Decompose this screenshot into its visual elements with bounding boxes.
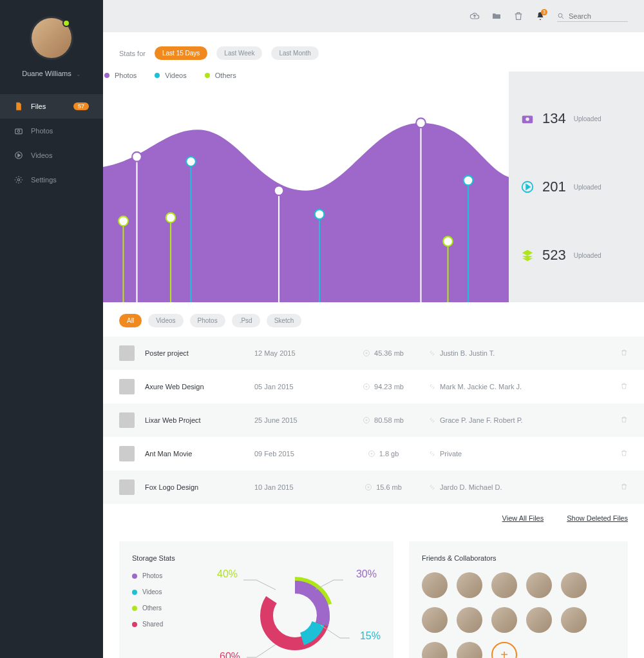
range-pill-15days[interactable]: Last 15 Days: [155, 46, 207, 60]
svg-point-12: [186, 157, 196, 166]
stats-for-label: Stats for: [119, 50, 146, 57]
filter-pill-all[interactable]: All: [119, 314, 142, 327]
friend-avatar[interactable]: [491, 607, 517, 633]
legend-label: Videos: [142, 588, 162, 595]
file-row[interactable]: Axure Web Design05 Jan 201594.23 mbMark …: [103, 370, 644, 403]
filter-pill-sketch[interactable]: Sketch: [267, 314, 302, 327]
friend-avatar[interactable]: [561, 607, 587, 633]
storage-stats-card: Storage Stats Photos Videos Others Share…: [119, 541, 393, 658]
friend-avatar[interactable]: [526, 572, 552, 598]
delete-file-button[interactable]: [615, 449, 628, 458]
friend-avatar[interactable]: [526, 607, 552, 633]
username-dropdown[interactable]: Duane Williams ⌄: [0, 64, 103, 94]
file-name: Poster project: [145, 349, 254, 357]
delete-file-button[interactable]: [615, 416, 628, 425]
filter-pill-psd[interactable]: .Psd: [232, 314, 260, 327]
view-all-files-link[interactable]: View All Files: [502, 514, 544, 522]
friend-avatar[interactable]: [491, 572, 517, 598]
link-icon: [428, 349, 436, 357]
stats-body: Photos Videos Others: [103, 72, 644, 302]
link-icon: [428, 383, 436, 391]
delete-file-button[interactable]: [615, 349, 628, 358]
layers-icon: [520, 248, 535, 262]
username-label: Duane Williams: [22, 70, 71, 77]
trash-icon: [620, 382, 628, 390]
search-box[interactable]: [557, 11, 628, 22]
svg-point-31: [366, 420, 367, 421]
file-row[interactable]: Ant Man Movie09 Feb 20151.8 gbPrivate: [103, 437, 644, 470]
file-row[interactable]: Fox Logo Design10 Jan 201515.6 mbJardo D…: [103, 470, 644, 504]
file-name: Fox Logo Design: [145, 483, 254, 491]
cloud-upload-icon[interactable]: [469, 11, 480, 21]
file-name: Axure Web Design: [145, 383, 254, 391]
stats-range-row: Stats for Last 15 Days Last Week Last Mo…: [119, 46, 628, 60]
slice-label-videos: 15%: [360, 630, 381, 642]
gear-icon: [14, 175, 23, 184]
file-share: Justin B. Justin T.: [428, 349, 615, 357]
friends-title: Friends & Collaborators: [422, 554, 615, 562]
trash-icon[interactable]: [513, 11, 524, 21]
svg-rect-0: [15, 129, 23, 134]
add-friend-button[interactable]: +: [491, 642, 517, 658]
file-date: 05 Jan 2015: [254, 383, 338, 391]
svg-point-6: [132, 152, 142, 162]
camera-icon: [14, 126, 23, 135]
friend-avatar[interactable]: [422, 607, 448, 633]
svg-point-16: [464, 176, 473, 186]
svg-point-32: [368, 451, 374, 457]
kpi-label: Uploaded: [574, 115, 601, 122]
svg-point-3: [17, 179, 20, 181]
svg-point-4: [558, 14, 562, 17]
friend-avatar[interactable]: [457, 642, 482, 658]
svg-point-34: [366, 485, 372, 490]
trash-icon: [620, 449, 628, 457]
sidebar-item-photos[interactable]: Photos: [0, 119, 103, 143]
dot-icon: [132, 622, 137, 627]
dot-icon: [155, 73, 160, 78]
avatar[interactable]: [32, 18, 71, 58]
friends-grid: +: [422, 572, 615, 658]
sidebar-item-files[interactable]: Files 57: [0, 94, 103, 119]
legend-label: Videos: [165, 72, 186, 79]
range-pill-month[interactable]: Last Month: [271, 46, 318, 60]
folder-icon[interactable]: [491, 11, 502, 21]
bottom-panels: Storage Stats Photos Videos Others Share…: [103, 541, 644, 658]
search-input[interactable]: [569, 12, 624, 20]
disk-icon: [363, 416, 370, 424]
dot-icon: [205, 73, 210, 78]
main-content: 3 Stats for Last 15 Days Last Week Last …: [103, 0, 644, 658]
bell-icon[interactable]: 3: [535, 11, 545, 21]
sidebar-item-settings[interactable]: Settings: [0, 168, 103, 192]
friend-avatar[interactable]: [561, 572, 587, 598]
friend-avatar[interactable]: [457, 572, 482, 598]
delete-file-button[interactable]: [615, 382, 628, 391]
range-pill-week[interactable]: Last Week: [216, 46, 262, 60]
file-row[interactable]: Lixar Web Project25 June 201580.58 mbGra…: [103, 403, 644, 437]
topbar: 3: [103, 0, 644, 32]
svg-point-26: [364, 351, 370, 356]
friend-avatar[interactable]: [422, 572, 448, 598]
svg-point-35: [368, 487, 369, 488]
friend-avatar[interactable]: [422, 642, 448, 658]
dot-icon: [132, 606, 137, 611]
sidebar-item-label: Photos: [31, 127, 53, 135]
files-badge: 57: [73, 102, 89, 110]
filter-pill-videos[interactable]: Videos: [148, 314, 183, 327]
file-size: 80.58 mb: [338, 416, 428, 424]
delete-file-button[interactable]: [615, 483, 628, 492]
search-icon: [557, 12, 565, 20]
file-date: 25 June 2015: [254, 416, 338, 424]
file-thumbnail: [119, 479, 135, 495]
filter-pill-photos[interactable]: Photos: [190, 314, 225, 327]
file-row[interactable]: Poster project12 May 201545.36 mbJustin …: [103, 336, 644, 370]
kpi-label: Uploaded: [574, 252, 601, 259]
legend-label: Others: [215, 72, 236, 79]
svg-point-24: [526, 117, 529, 121]
kpi-value: 523: [542, 247, 566, 264]
show-deleted-files-link[interactable]: Show Deleted Files: [567, 514, 628, 522]
sidebar-item-videos[interactable]: Videos: [0, 143, 103, 168]
friend-avatar[interactable]: [457, 607, 482, 633]
play-icon: [14, 151, 23, 160]
svg-point-30: [364, 418, 370, 423]
slice-label-photos: 30%: [356, 568, 377, 580]
